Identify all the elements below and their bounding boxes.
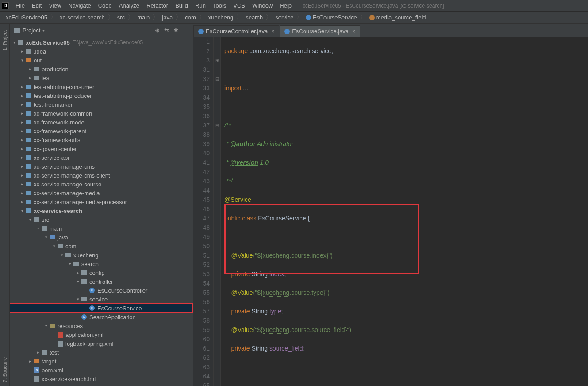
crumb-src[interactable]: src — [115, 13, 127, 22]
tree-config[interactable]: config — [10, 268, 193, 277]
tree-mod[interactable]: xc-govern-center — [10, 144, 193, 153]
tree-logback[interactable]: logback-spring.xml — [10, 339, 193, 348]
class-icon — [306, 15, 311, 20]
tree-xuecheng[interactable]: xuecheng — [10, 251, 193, 259]
tree-mod[interactable]: xc-framework-common — [10, 109, 193, 118]
line-gutter: 1 2 3 31 32 33 34 35 36 37 38 39 40 41 4… — [193, 37, 214, 386]
tree-src[interactable]: src — [10, 215, 193, 224]
tree-test2[interactable]: test — [10, 348, 193, 357]
tree-mod[interactable]: xc-service-manage-cms — [10, 162, 193, 171]
menu-window[interactable]: Window — [249, 1, 276, 10]
tree-java[interactable]: java — [10, 233, 193, 242]
menu-navigate[interactable]: Navigate — [65, 1, 94, 10]
tree-search-pkg[interactable]: search — [10, 259, 193, 268]
project-tree[interactable]: xcEduService05 E:\java_www\xcEduService0… — [10, 37, 193, 386]
tree-iml[interactable]: xc-service-search.iml — [10, 374, 193, 383]
title-bar: IJ File Edit View Navigate Code Analyze … — [0, 0, 588, 12]
menu-analyze[interactable]: Analyze — [116, 1, 142, 10]
tree-production[interactable]: production — [10, 65, 193, 73]
tree-mod[interactable]: xc-service-manage-media-processor — [10, 197, 193, 206]
tree-mod[interactable]: xc-framework-model — [10, 118, 193, 127]
settings-icon[interactable]: ✱ — [173, 27, 178, 34]
crumb-xuecheng[interactable]: xuecheng — [206, 13, 235, 22]
hide-icon[interactable]: — — [183, 27, 188, 34]
crumb-com[interactable]: com — [183, 13, 198, 22]
editor-tabs: EsCourseController.java × EsCourseServic… — [193, 24, 588, 37]
breadcrumb-bar: xcEduService05〉 xc-service-search〉 src〉 … — [0, 12, 588, 24]
menu-run[interactable]: Run — [192, 1, 209, 10]
tree-essvc[interactable]: CEsCourseService — [10, 304, 193, 313]
class-icon — [284, 29, 290, 34]
code-editor[interactable]: 1 2 3 31 32 33 34 35 36 37 38 39 40 41 4… — [193, 37, 588, 386]
editor-area: EsCourseController.java × EsCourseServic… — [193, 24, 588, 386]
tree-idea[interactable]: .idea — [10, 47, 193, 56]
tab-escontroller[interactable]: EsCourseController.java × — [193, 25, 279, 37]
menu-vcs[interactable]: VCS — [230, 1, 248, 10]
tree-mod[interactable]: xc-framework-utils — [10, 135, 193, 144]
tree-target[interactable]: target — [10, 357, 193, 366]
tool-window-stripe: 1: Project 7: Structure — [0, 24, 10, 386]
menu-view[interactable]: View — [46, 1, 64, 10]
collapse-icon[interactable]: ⇆ — [164, 27, 169, 34]
menu-refactor[interactable]: Refactor — [143, 1, 171, 10]
menu-tools[interactable]: Tools — [210, 1, 229, 10]
tree-main[interactable]: main — [10, 224, 193, 233]
tree-search-mod[interactable]: xc-service-search — [10, 206, 193, 215]
menu-file[interactable]: File — [12, 1, 28, 10]
tree-com[interactable]: com — [10, 242, 193, 251]
tree-pom[interactable]: mpom.xml — [10, 366, 193, 374]
tree-esctrl[interactable]: CEsCourseController — [10, 286, 193, 295]
project-panel-header: Project ▾ ⊕ ⇆ ✱ — — [10, 24, 193, 37]
code-body[interactable]: package com.xuecheng.search.service; imp… — [221, 37, 527, 386]
menu-code[interactable]: Code — [95, 1, 115, 10]
close-icon[interactable]: × — [352, 28, 355, 35]
toolwin-project[interactable]: 1: Project — [2, 30, 8, 50]
tree-mod[interactable]: xc-service-api — [10, 153, 193, 162]
tree-mod[interactable]: xc-service-manage-cms-client — [10, 171, 193, 180]
tree-test[interactable]: test — [10, 73, 193, 82]
tree-appyml[interactable]: application.yml — [10, 330, 193, 339]
panel-title[interactable]: Project — [23, 27, 40, 34]
fold-gutter[interactable]: ⊞ ⊟ ⊟ — [214, 37, 221, 386]
crumb-class[interactable]: EsCourseService — [304, 13, 359, 22]
field-icon — [369, 15, 375, 20]
tree-mod[interactable]: xc-service-manage-media — [10, 189, 193, 197]
window-title: xcEduService05 - EsCourseService.java [x… — [303, 3, 444, 9]
app-icon: IJ — [2, 2, 9, 9]
menu-edit[interactable]: Edit — [29, 1, 45, 10]
menu-help[interactable]: Help — [277, 1, 295, 10]
main-menu: File Edit View Navigate Code Analyze Ref… — [12, 1, 295, 10]
crumb-java[interactable]: java — [160, 13, 175, 22]
tree-mod[interactable]: test-rabbitmq-producer — [10, 91, 193, 100]
tree-mod[interactable]: test-freemarker — [10, 100, 193, 109]
crumb-main[interactable]: main — [135, 13, 152, 22]
crumb-root[interactable]: xcEduService05 — [4, 13, 50, 22]
crumb-service[interactable]: service — [273, 13, 296, 22]
locate-icon[interactable]: ⊕ — [155, 27, 160, 34]
class-icon — [198, 29, 204, 34]
menu-build[interactable]: Build — [172, 1, 191, 10]
toolwin-structure[interactable]: 7: Structure — [2, 357, 8, 382]
tree-mod[interactable]: xc-framework-parent — [10, 127, 193, 135]
tree-root[interactable]: xcEduService05 E:\java_www\xcEduService0… — [10, 38, 193, 47]
tree-mod[interactable]: test-rabbitmq-consumer — [10, 82, 193, 91]
crumb-search[interactable]: search — [243, 13, 265, 22]
crumb-field[interactable]: media_source_field — [367, 13, 428, 22]
tree-out[interactable]: out — [10, 56, 193, 65]
view-mode-dropdown[interactable]: ▾ — [42, 28, 45, 33]
close-icon[interactable]: × — [271, 28, 274, 35]
crumb-module[interactable]: xc-service-search — [58, 13, 107, 22]
tree-service[interactable]: service — [10, 295, 193, 304]
project-tool-window: Project ▾ ⊕ ⇆ ✱ — xcEduService05 E:\java… — [10, 24, 193, 386]
tab-esservice[interactable]: EsCourseService.java × — [280, 25, 360, 37]
tree-controller[interactable]: controller — [10, 277, 193, 286]
tree-mod[interactable]: xc-service-manage-course — [10, 180, 193, 189]
panel-title-icon — [14, 28, 20, 33]
tree-searchapp[interactable]: CSearchApplication — [10, 313, 193, 321]
tree-resources[interactable]: resources — [10, 321, 193, 330]
